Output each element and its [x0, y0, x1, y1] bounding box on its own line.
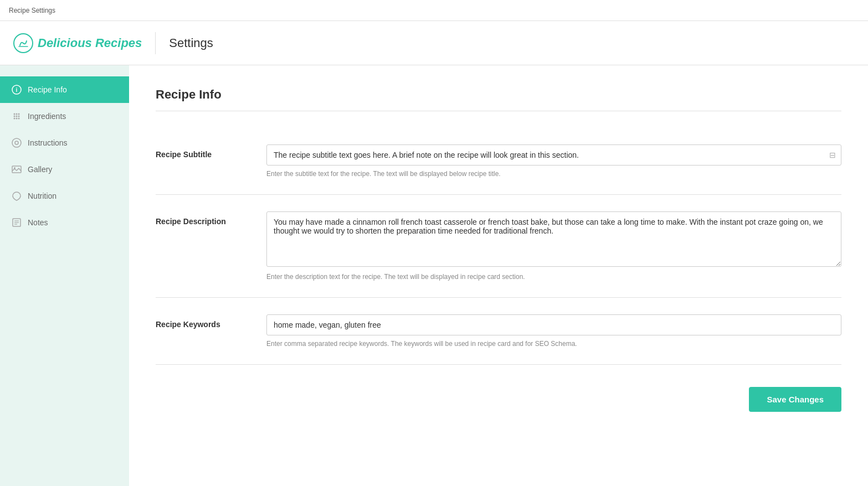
nutrition-icon — [11, 190, 22, 201]
header-divider — [155, 32, 156, 54]
top-bar-title: Recipe Settings — [9, 7, 55, 14]
svg-point-8 — [18, 116, 20, 117]
field-keywords: Recipe Keywords Enter comma separated re… — [156, 298, 841, 365]
svg-point-15 — [14, 167, 16, 169]
sidebar-label-gallery: Gallery — [28, 165, 52, 174]
keywords-input[interactable] — [266, 314, 841, 335]
notes-icon — [11, 217, 22, 228]
section-title: Recipe Info — [156, 87, 841, 111]
header-settings-label: Settings — [169, 36, 213, 50]
info-icon: i — [11, 84, 22, 95]
svg-point-10 — [16, 118, 18, 120]
sidebar: i Recipe Info Ingredients — [0, 65, 129, 486]
logo-area: Delicious Recipes — [13, 33, 142, 53]
label-keywords: Recipe Keywords — [156, 314, 266, 329]
sidebar-item-gallery[interactable]: Gallery — [0, 156, 129, 183]
keywords-hint: Enter comma separated recipe keywords. T… — [266, 340, 841, 348]
subtitle-hint: Enter the subtitle text for the recipe. … — [266, 170, 841, 178]
top-bar: Recipe Settings — [0, 0, 868, 21]
main-layout: i Recipe Info Ingredients — [0, 65, 868, 486]
sidebar-label-nutrition: Nutrition — [28, 192, 57, 200]
svg-point-12 — [12, 138, 21, 147]
description-textarea[interactable]: You may have made a cinnamon roll french… — [266, 211, 841, 267]
sidebar-label-ingredients: Ingredients — [28, 112, 66, 121]
save-area: Save Changes — [156, 376, 841, 423]
svg-point-5 — [18, 113, 20, 115]
label-subtitle: Recipe Subtitle — [156, 144, 266, 159]
sidebar-label-notes: Notes — [28, 218, 48, 227]
sidebar-label-recipe-info: Recipe Info — [28, 85, 67, 94]
svg-point-9 — [14, 118, 16, 120]
svg-point-13 — [15, 141, 18, 144]
content-area: Recipe Info Recipe Subtitle ⊟ Enter the … — [129, 65, 868, 486]
svg-point-7 — [16, 116, 18, 117]
instructions-icon — [11, 137, 22, 148]
svg-text:i: i — [16, 87, 18, 93]
header: Delicious Recipes Settings — [0, 21, 868, 65]
svg-point-6 — [14, 116, 16, 117]
input-area-subtitle: ⊟ Enter the subtitle text for the recipe… — [266, 144, 841, 178]
ingredients-icon — [11, 111, 22, 122]
input-area-description: You may have made a cinnamon roll french… — [266, 211, 841, 281]
sidebar-label-instructions: Instructions — [28, 138, 68, 147]
sidebar-item-ingredients[interactable]: Ingredients — [0, 103, 129, 130]
field-description: Recipe Description You may have made a c… — [156, 195, 841, 298]
gallery-icon — [11, 164, 22, 175]
save-changes-button[interactable]: Save Changes — [749, 387, 841, 412]
input-area-keywords: Enter comma separated recipe keywords. T… — [266, 314, 841, 348]
label-description: Recipe Description — [156, 211, 266, 226]
sidebar-item-instructions[interactable]: Instructions — [0, 130, 129, 156]
svg-point-11 — [18, 118, 20, 120]
subtitle-input[interactable] — [266, 144, 841, 166]
sidebar-item-nutrition[interactable]: Nutrition — [0, 183, 129, 209]
subtitle-input-wrapper: ⊟ — [266, 144, 841, 166]
logo-text: Delicious Recipes — [38, 36, 142, 50]
description-hint: Enter the description text for the recip… — [266, 273, 841, 281]
text-format-icon: ⊟ — [829, 151, 836, 159]
field-subtitle: Recipe Subtitle ⊟ Enter the subtitle tex… — [156, 128, 841, 195]
svg-point-4 — [16, 113, 18, 115]
logo-icon — [13, 33, 33, 53]
sidebar-item-notes[interactable]: Notes — [0, 209, 129, 236]
sidebar-item-recipe-info[interactable]: i Recipe Info — [0, 76, 129, 103]
svg-point-3 — [14, 113, 16, 115]
